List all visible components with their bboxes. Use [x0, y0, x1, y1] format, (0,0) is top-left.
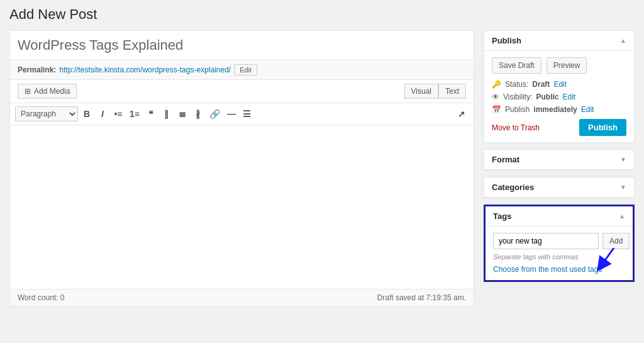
format-box-header: Format ▼	[484, 150, 634, 170]
publish-time-edit-link[interactable]: Edit	[581, 105, 594, 114]
format-select[interactable]: Paragraph Heading 1 Heading 2 Heading 3 …	[15, 106, 78, 121]
media-icon: ⊞	[25, 87, 31, 96]
visibility-edit-link[interactable]: Edit	[562, 93, 575, 101]
tag-input[interactable]	[493, 233, 599, 249]
tab-visual[interactable]: Visual	[404, 84, 438, 99]
choose-tags-link[interactable]: Choose from the most used tags	[493, 265, 602, 274]
publish-actions: Save Draft Preview	[492, 57, 626, 74]
add-tag-button[interactable]: Add	[602, 233, 630, 249]
tag-input-row: Add	[493, 233, 625, 249]
publish-collapse-icon[interactable]: ▲	[620, 37, 626, 44]
publish-box-header: Publish ▲	[484, 31, 634, 51]
permalink-edit-button[interactable]: Edit	[234, 64, 257, 76]
unordered-list-button[interactable]: •≡	[111, 107, 125, 121]
status-value: Draft	[532, 80, 550, 89]
formatting-bar: Paragraph Heading 1 Heading 2 Heading 3 …	[10, 103, 474, 125]
save-draft-button[interactable]: Save Draft	[492, 57, 541, 74]
publish-time: immediately	[533, 105, 577, 114]
more-button[interactable]: —	[225, 107, 238, 121]
status-row: 🔑 Status: Draft Edit	[492, 80, 626, 89]
page-title: Add New Post	[9, 6, 635, 23]
visibility-row: 👁 Visibility: Public Edit	[492, 93, 626, 101]
categories-box: Categories ▼	[484, 177, 635, 198]
tags-box-header: Tags ▲	[486, 206, 633, 227]
publish-box: Publish ▲ Save Draft Preview 🔑 Status: D…	[484, 30, 635, 143]
tags-title: Tags	[493, 211, 511, 221]
word-count: Word count: 0	[18, 293, 64, 302]
visibility-value: Public	[536, 93, 558, 101]
toolbar-toggle-button[interactable]: ☰	[240, 107, 254, 121]
status-edit-link[interactable]: Edit	[553, 80, 567, 89]
publish-box-content: Save Draft Preview 🔑 Status: Draft Edit …	[484, 51, 634, 142]
italic-button[interactable]: I	[96, 107, 109, 121]
permalink-link[interactable]: http://testsite.kinsta.com/wordpress-tag…	[59, 65, 231, 74]
add-media-label: Add Media	[34, 87, 70, 96]
key-icon: 🔑	[492, 80, 501, 89]
add-media-button[interactable]: ⊞ Add Media	[18, 84, 77, 99]
categories-title: Categories	[492, 183, 534, 192]
ordered-list-button[interactable]: 1≡	[127, 107, 142, 121]
publish-label: Publish	[505, 105, 530, 114]
preview-button[interactable]: Preview	[547, 57, 587, 74]
tags-collapse-icon[interactable]: ▲	[619, 213, 625, 220]
post-title-input[interactable]	[10, 31, 474, 60]
publish-footer: Move to Trash Publish	[492, 119, 626, 136]
fullscreen-button[interactable]: ➚	[455, 107, 469, 121]
publish-title: Publish	[492, 36, 521, 45]
view-tabs: Visual Text	[404, 84, 466, 99]
categories-collapse-icon[interactable]: ▼	[620, 184, 626, 191]
tags-box-content: Add Separate tags with commas	[486, 227, 633, 280]
editor-footer: Word count: 0 Draft saved at 7:19:35 am.	[10, 289, 474, 306]
blockquote-button[interactable]: ❝	[144, 107, 158, 121]
align-center-button[interactable]: ≣	[175, 107, 189, 121]
format-box: Format ▼	[484, 149, 635, 171]
format-title: Format	[492, 155, 519, 164]
draft-saved: Draft saved at 7:19:35 am.	[377, 293, 466, 302]
toolbar-top: ⊞ Add Media Visual Text	[10, 80, 474, 103]
move-to-trash-link[interactable]: Move to Trash	[492, 123, 540, 132]
editor-container: Permalink: http://testsite.kinsta.com/wo…	[9, 30, 474, 306]
publish-button[interactable]: Publish	[579, 119, 626, 136]
svg-line-1	[601, 248, 614, 266]
categories-box-header: Categories ▼	[484, 177, 634, 198]
align-right-button[interactable]: ∦	[191, 107, 205, 121]
editor-content[interactable]	[10, 125, 474, 289]
status-label: Status:	[505, 80, 528, 89]
tab-text[interactable]: Text	[438, 84, 466, 99]
arrow-indicator	[595, 248, 620, 273]
sidebar: Publish ▲ Save Draft Preview 🔑 Status: D…	[484, 30, 635, 282]
bold-button[interactable]: B	[80, 107, 94, 121]
permalink-label: Permalink:	[18, 65, 56, 74]
tags-box: Tags ▲ Add	[484, 205, 635, 282]
format-collapse-icon[interactable]: ▼	[620, 156, 626, 163]
visibility-label: Visibility:	[503, 93, 532, 101]
calendar-icon: 📅	[492, 105, 501, 114]
permalink-bar: Permalink: http://testsite.kinsta.com/wo…	[10, 60, 474, 80]
align-left-button[interactable]: ∥	[160, 107, 174, 121]
publish-time-row: 📅 Publish immediately Edit	[492, 105, 626, 114]
link-button[interactable]: 🔗	[207, 107, 223, 121]
tag-input-container: Add	[493, 233, 625, 249]
eye-icon: 👁	[492, 93, 499, 101]
